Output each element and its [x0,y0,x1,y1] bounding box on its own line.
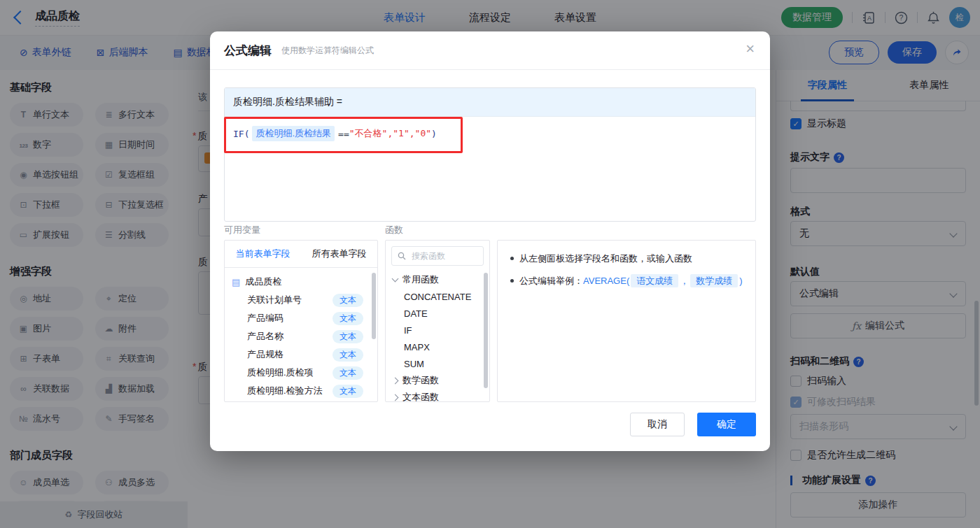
close-icon[interactable] [746,41,755,57]
example-field-token: 数学成绩 [690,274,738,287]
formula-string-args: "不合格","1","0" [349,127,431,140]
cancel-button[interactable]: 取消 [630,413,685,436]
function-group-common[interactable]: 常用函数 [386,271,489,288]
variable-name: 质检明细.检验方法 [247,385,323,397]
modal-subtitle: 使用数学运算符编辑公式 [281,45,374,57]
form-node-label: 成品质检 [245,276,281,288]
chevron-right-icon [392,377,399,384]
form-node[interactable]: 成品质检 [232,273,372,291]
formula-field-token[interactable]: 质检明细.质检结果 [252,126,335,141]
formula-operator: == [338,129,349,139]
function-item[interactable]: CONCATENATE [386,288,489,305]
variables-panel: 当前表单字段 所有表单字段 成品质检 关联计划单号文本 产品编码文本 产品名称文… [224,240,378,402]
functions-scrollbar[interactable] [484,273,488,388]
variable-item[interactable]: 产品编码文本 [232,309,372,327]
function-item[interactable]: SUM [386,355,489,372]
variable-item[interactable]: 质检明细.质检项文本 [232,364,372,382]
variables-label: 可用变量 [224,224,260,236]
type-badge: 文本 [332,330,363,343]
function-group-label: 常用函数 [402,273,439,286]
variable-name: 质检明细.质检项 [247,366,314,379]
modal-title: 公式编辑 [224,43,272,59]
formula-target: 质检明细.质检结果辅助 = [225,88,755,117]
variable-name: 产品名称 [247,330,284,343]
help-panel: 从左侧面板选择字段名和函数，或输入函数 公式编辑举例：AVERAGE(语文成绩，… [497,240,756,402]
modal-footer: 取消 确定 [630,413,756,436]
variable-item[interactable]: 产品规格文本 [232,345,372,364]
functions-label: 函数 [385,224,403,236]
variable-item[interactable]: 关联计划单号文本 [232,291,372,309]
chevron-right-icon [392,394,399,401]
tab-all-form-fields[interactable]: 所有表单字段 [301,241,377,267]
function-search-box [391,246,484,266]
function-search-input[interactable] [410,250,477,262]
function-group-label: 数学函数 [402,374,439,387]
function-item[interactable]: IF [386,322,489,338]
variables-scrollbar[interactable] [372,273,376,339]
form-doc-icon [232,277,240,287]
modal-header: 公式编辑 使用数学运算符编辑公式 [210,31,770,70]
formula-editor-box: 质检明细.质检结果辅助 = IF( 质检明细.质检结果 == "不合格","1"… [224,87,756,222]
type-badge: 文本 [332,385,363,398]
help-text: 从左侧面板选择字段名和函数，或输入函数 [519,252,692,266]
bullet-icon [510,257,514,260]
bullet-icon [510,279,514,283]
variable-name: 关联计划单号 [247,294,302,306]
variable-item[interactable]: 产品名称文本 [232,327,372,345]
formula-edit-modal: 公式编辑 使用数学运算符编辑公式 质检明细.质检结果辅助 = IF( 质检明细.… [210,31,770,451]
formula-expression-input[interactable]: IF( 质检明细.质检结果 == "不合格","1","0" ) [225,117,755,150]
type-badge: 文本 [332,294,363,307]
search-icon [398,252,406,260]
function-group-text[interactable]: 文本函数 [386,389,489,402]
function-item[interactable]: MAPX [386,338,489,355]
function-item[interactable]: DATE [386,305,489,322]
function-group-label: 文本函数 [402,391,439,402]
chevron-down-icon [392,276,399,283]
help-line-2: 公式编辑举例：AVERAGE(语文成绩，数学成绩) [510,274,743,288]
type-badge: 文本 [332,312,363,325]
type-badge: 文本 [332,366,363,380]
example-field-token: 语文成绩 [631,274,678,287]
help-example: 公式编辑举例：AVERAGE(语文成绩，数学成绩) [519,274,743,288]
variable-item-partial[interactable]: 文本 [232,400,372,402]
formula-function: IF( [233,129,249,139]
variable-item[interactable]: 质检明细.检验方法文本 [232,382,372,400]
variables-tree: 成品质检 关联计划单号文本 产品编码文本 产品名称文本 产品规格文本 质检明细.… [225,268,377,402]
formula-close-paren: ) [431,129,437,139]
help-line-1: 从左侧面板选择字段名和函数，或输入函数 [510,252,743,266]
variable-name: 产品编码 [247,312,284,324]
variables-tabs: 当前表单字段 所有表单字段 [225,241,377,268]
variable-name: 产品规格 [247,348,284,361]
tab-current-form-fields[interactable]: 当前表单字段 [225,241,301,267]
functions-panel: 常用函数 CONCATENATE DATE IF MAPX SUM 数学函数 文… [385,240,490,402]
confirm-button[interactable]: 确定 [697,413,756,436]
type-badge: 文本 [332,348,363,362]
function-group-math[interactable]: 数学函数 [386,372,489,389]
